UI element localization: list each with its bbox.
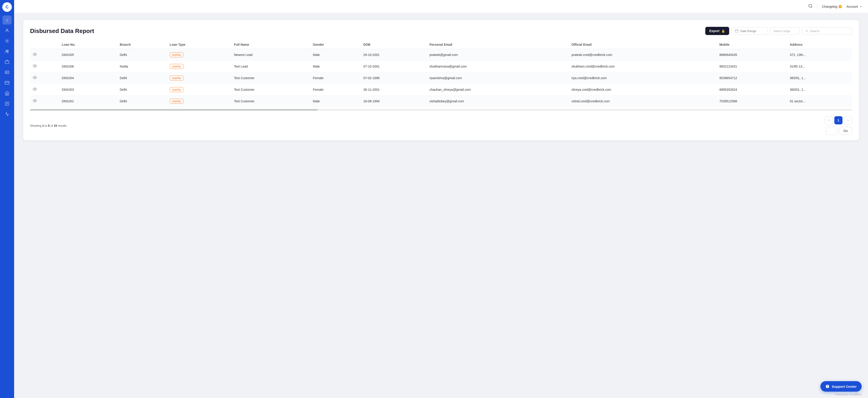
sidebar-item-users[interactable]	[2, 26, 11, 35]
cell-official-email: riya.cred@credbrick.com	[569, 72, 717, 84]
changelog-label: Changelog	[822, 5, 837, 8]
app-logo[interactable]: C	[2, 2, 12, 12]
topbar-account[interactable]: Account	[846, 5, 863, 8]
cell-dob: 07-02-1996	[361, 72, 427, 84]
svg-rect-5	[5, 71, 9, 74]
cell-official-email: prateek.cred@credbrick.com	[569, 49, 717, 61]
table-row: DM1006 Noida payday Test Lead Male 07-10…	[30, 61, 852, 72]
cell-full-name: Test Customer	[231, 72, 310, 84]
col-action	[30, 40, 59, 49]
cell-loan-no: DM1005	[59, 49, 117, 61]
cell-branch: Delhi	[117, 49, 167, 61]
topbar-divider	[817, 3, 817, 10]
page-1-button[interactable]: 1	[834, 116, 842, 124]
sidebar-item-analytics[interactable]	[2, 110, 11, 119]
cell-personal-email: riyamishra@gmail.com	[427, 72, 569, 84]
cell-gender: Female	[310, 84, 361, 96]
cell-full-name: Newest Lead	[231, 49, 310, 61]
select-range-dropdown[interactable]: Select range	[770, 27, 800, 35]
go-button[interactable]: Go	[839, 127, 852, 135]
support-icon	[826, 384, 830, 389]
cell-loan-no: DM1004	[59, 72, 117, 84]
svg-point-18	[34, 54, 35, 55]
search-input[interactable]	[810, 29, 849, 33]
cell-address: 91 sector...	[787, 96, 852, 107]
topbar-search-icon[interactable]	[808, 4, 813, 9]
cell-mobile: 8539654712	[717, 72, 787, 84]
sidebar-item-home[interactable]: ⌂	[2, 15, 11, 25]
calendar-icon	[735, 29, 739, 33]
cell-address: 360/01, 1...	[787, 84, 852, 96]
table-row: DM1001 Delhi payday Test Customer Male 1…	[30, 96, 852, 107]
svg-point-19	[34, 66, 35, 67]
main-card: Disbursed Data Report Export 🔒 Date Rang…	[23, 20, 859, 140]
cell-personal-email: prateek@gmail.com	[427, 49, 569, 61]
svg-line-11	[811, 7, 812, 8]
view-row-button[interactable]	[33, 52, 37, 57]
cell-mobile: 7539512588	[717, 96, 787, 107]
main-area: Changelog ★ Account Disbursed Data Repor…	[14, 0, 868, 398]
powered-by: Powered by ©CredBrick	[835, 393, 862, 396]
search-icon	[805, 29, 808, 33]
sidebar-item-idcard[interactable]	[2, 68, 11, 77]
sidebar-item-reports[interactable]	[2, 99, 11, 108]
cell-branch: Noida	[117, 61, 167, 72]
svg-point-1	[7, 40, 8, 42]
cell-official-email: shubham.cred@credbrick.com	[569, 61, 717, 72]
svg-point-10	[809, 4, 811, 7]
go-page-input[interactable]: 1	[826, 127, 837, 135]
cell-dob: 26-11-2001	[361, 84, 427, 96]
horizontal-scrollbar[interactable]	[30, 109, 852, 111]
cell-mobile: 6895352624	[717, 84, 787, 96]
date-range-picker[interactable]: Date Range	[732, 27, 768, 35]
cell-mobile: 9832123431	[717, 61, 787, 72]
support-center-button[interactable]: Support Center	[820, 381, 862, 392]
svg-point-20	[34, 77, 35, 78]
topbar-changelog[interactable]: Changelog ★	[822, 5, 842, 8]
cell-full-name: Test Customer	[231, 96, 310, 107]
view-row-button[interactable]	[33, 99, 37, 104]
cell-dob: 18-08-1994	[361, 96, 427, 107]
cell-address: 31/85 13...	[787, 61, 852, 72]
cell-address: 365/91, 1...	[787, 72, 852, 84]
lock-icon: 🔒	[721, 29, 725, 33]
cell-dob: 07-10-2001	[361, 61, 427, 72]
pagination-info: Showing 1 to 5 of 15 results	[30, 124, 66, 127]
search-box[interactable]	[802, 27, 852, 35]
col-full-name: Full Name	[231, 40, 310, 49]
sidebar-item-creditcard[interactable]	[2, 78, 11, 87]
col-loan-no: Loan No.	[59, 40, 117, 49]
cell-gender: Male	[310, 49, 361, 61]
cell-loan-type: payday	[167, 72, 231, 84]
svg-point-3	[7, 50, 8, 51]
sidebar-item-tools[interactable]	[2, 36, 11, 45]
cell-branch: Delhi	[117, 84, 167, 96]
svg-point-22	[34, 100, 35, 101]
cell-loan-type: payday	[167, 84, 231, 96]
cell-branch: Delhi	[117, 96, 167, 107]
next-page-button[interactable]	[844, 116, 852, 124]
cell-dob: 29-10-2001	[361, 49, 427, 61]
data-table: Loan No. Branch Loan Type Full Name Gend…	[30, 40, 852, 107]
svg-point-16	[806, 30, 808, 32]
view-row-button[interactable]	[33, 64, 37, 69]
content: Disbursed Data Report Export 🔒 Date Rang…	[14, 13, 868, 398]
svg-point-6	[6, 72, 7, 72]
cell-loan-no: DM1006	[59, 61, 117, 72]
cell-gender: Male	[310, 96, 361, 107]
view-row-button[interactable]	[33, 75, 37, 80]
view-row-button[interactable]	[33, 87, 37, 92]
col-official-email: Official Email	[569, 40, 717, 49]
sidebar: C ⌂	[0, 0, 14, 398]
col-branch: Branch	[117, 40, 167, 49]
cell-full-name: Test Customer	[231, 84, 310, 96]
cell-loan-type: payday	[167, 61, 231, 72]
svg-rect-7	[5, 81, 9, 84]
export-button[interactable]: Export 🔒	[705, 27, 729, 35]
sidebar-item-bank[interactable]	[2, 89, 11, 98]
sidebar-item-group[interactable]	[2, 47, 11, 56]
account-label: Account	[846, 5, 858, 8]
sidebar-item-briefcase[interactable]	[2, 57, 11, 66]
prev-page-button[interactable]	[825, 116, 833, 124]
svg-point-2	[6, 50, 7, 51]
